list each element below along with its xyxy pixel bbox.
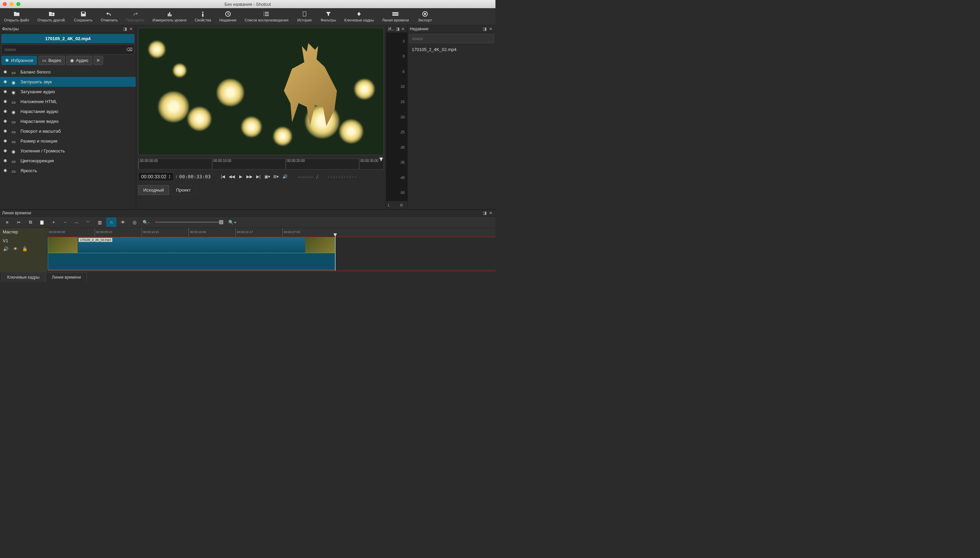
timeline-clip-audio[interactable] (48, 253, 335, 270)
lift-button[interactable]: ︿ (71, 217, 82, 227)
volume-button[interactable]: 🔊 (281, 173, 289, 181)
skip-end-button[interactable]: ▶| (254, 173, 263, 181)
toolbar-keyframes[interactable]: Ключевые кадры (340, 10, 378, 23)
zoom-dropdown[interactable]: ▣▾ (263, 173, 271, 181)
recent-search[interactable] (409, 34, 494, 43)
toolbar-history[interactable]: История (293, 10, 317, 23)
star-icon[interactable]: ✱ (3, 69, 8, 74)
toolbar-timeline[interactable]: Линия времени (378, 10, 413, 23)
toolbar-recent[interactable]: Недавние (215, 10, 241, 23)
toolbar-export[interactable]: Экспорт (413, 10, 437, 23)
rewind-button[interactable]: ◀◀ (228, 173, 236, 181)
meter-scale-label: -50 (400, 191, 405, 195)
toolbar-label: Фильтры (320, 18, 336, 22)
filter-item[interactable]: ✱▭Размер и позиция (0, 136, 136, 146)
category-audio[interactable]: ◉Аудио (66, 56, 92, 65)
undock-icon[interactable]: ◨ (482, 210, 487, 216)
hide-track-icon[interactable]: 👁 (12, 246, 18, 251)
timeline-ruler[interactable]: 00:00:00:0000:00:05:1000:00:10:2100:00:1… (48, 228, 496, 237)
toolbar-undo[interactable]: Отменить (97, 10, 122, 23)
lock-track-icon[interactable]: 🔓 (22, 246, 28, 251)
star-icon[interactable]: ✱ (3, 158, 8, 163)
filter-item[interactable]: ✱▭Нарастание видео (0, 117, 136, 126)
undock-icon[interactable]: ◨ (396, 26, 400, 32)
close-panel-icon[interactable]: ✕ (401, 26, 405, 32)
zoom-slider[interactable] (155, 222, 223, 223)
remove-button[interactable]: － (60, 217, 70, 227)
close-panel-icon[interactable]: ✕ (128, 26, 134, 32)
close-panel-icon[interactable]: ✕ (488, 210, 493, 216)
filter-item[interactable]: ✱◉Заглушить звук (0, 77, 136, 87)
recent-search-input[interactable] (412, 36, 491, 41)
timeline-clip[interactable]: 170105_2_4K_02.mp4 (48, 237, 335, 253)
grid-dropdown[interactable]: ⊞▾ (272, 173, 280, 181)
toolbar-redo[interactable]: Повторить (122, 10, 148, 23)
timeline-tracks[interactable]: 00:00:00:0000:00:05:1000:00:10:2100:00:1… (48, 228, 496, 271)
timecode-spinner[interactable]: ▲▼ (168, 174, 171, 179)
mute-track-icon[interactable]: 🔊 (3, 246, 9, 251)
toolbar-filters[interactable]: Фильтры (317, 10, 340, 23)
track-v1-label[interactable]: V1 (0, 237, 47, 245)
close-window-button[interactable] (3, 2, 7, 6)
cut-button[interactable]: ✂ (14, 217, 24, 227)
zoom-in-button[interactable]: 🔍+ (227, 217, 238, 227)
star-icon[interactable]: ✱ (3, 119, 8, 124)
fast-forward-button[interactable]: ▶▶ (245, 173, 253, 181)
category-video[interactable]: ▭Видео (38, 56, 65, 65)
scrub-bar[interactable]: 00:00:00:0000:00:10:0000:00:20:0000:00:3… (138, 159, 384, 169)
snap-button[interactable]: ∩ (106, 217, 117, 227)
toolbar-peak-meter[interactable]: Измеритель уровня (148, 10, 190, 23)
menu-button[interactable]: ≡ (2, 217, 12, 227)
zoom-out-button[interactable]: 🔍- (141, 217, 151, 227)
filter-item[interactable]: ✱▭Цветокоррекция (0, 156, 136, 166)
filter-item[interactable]: ✱◉Нарастание аудио (0, 107, 136, 117)
star-icon[interactable]: ✱ (3, 138, 8, 144)
bottom-tab[interactable]: Линия времени (46, 272, 87, 282)
star-icon[interactable]: ✱ (3, 99, 8, 104)
maximize-window-button[interactable] (16, 2, 20, 6)
split-button[interactable]: ▥ (95, 217, 105, 227)
filter-search-input[interactable] (2, 45, 125, 54)
minimize-window-button[interactable] (10, 2, 14, 6)
star-icon[interactable]: ✱ (3, 129, 8, 134)
filter-item[interactable]: ✱◉Затухание аудио (0, 87, 136, 97)
toolbar-save[interactable]: Сохранить (70, 10, 97, 23)
clear-search-icon[interactable]: ⌫ (125, 47, 134, 52)
timecode-field[interactable]: 00:00:33:02 ▲▼ (138, 172, 174, 181)
star-icon[interactable]: ✱ (3, 168, 8, 173)
filter-item[interactable]: ✱▭Поворот и масштаб (0, 126, 136, 136)
bottom-tab[interactable]: Ключевые кадры (2, 272, 45, 282)
star-icon[interactable]: ✱ (3, 89, 8, 94)
scrub-audio-button[interactable]: 👁 (118, 217, 128, 227)
overwrite-button[interactable]: ﹀ (83, 217, 93, 227)
ripple-button[interactable]: ◎ (129, 217, 140, 227)
filter-item[interactable]: ✱▭Наложение HTML (0, 97, 136, 107)
toolbar-open-file[interactable]: Открыть файл (0, 10, 33, 23)
skip-start-button[interactable]: |◀ (219, 173, 227, 181)
copy-button[interactable]: ⧉ (25, 217, 35, 227)
source-tab[interactable]: Исходный (138, 185, 169, 195)
filter-item[interactable]: ✱◉Усиление / Громкость (0, 146, 136, 156)
master-track-label[interactable]: Мастер (0, 228, 47, 237)
append-button[interactable]: ＋ (48, 217, 59, 227)
play-button[interactable]: ▶ (236, 173, 245, 181)
category-fav[interactable]: ✱Избранное (2, 56, 37, 65)
undock-icon[interactable]: ◨ (122, 26, 128, 32)
toolbar-open-other[interactable]: Открыть другой. (33, 10, 70, 23)
recent-item[interactable]: 170105_2_4K_02.mp4 (409, 45, 494, 54)
close-panel-icon[interactable]: ✕ (488, 26, 493, 32)
filter-item[interactable]: ✱▭Баланс белого (0, 67, 136, 77)
video-preview[interactable] (138, 28, 384, 155)
filter-item[interactable]: ✱▭Яркость (0, 166, 136, 176)
toolbar-playlist[interactable]: Список воспроизведения (241, 10, 293, 23)
close-add-filter-button[interactable]: ✕ (94, 56, 103, 65)
playhead-icon[interactable] (379, 158, 383, 162)
star-icon[interactable]: ✱ (3, 148, 8, 153)
undock-icon[interactable]: ◨ (482, 26, 487, 32)
star-icon[interactable]: ✱ (3, 79, 8, 84)
filter-search[interactable]: ⌫ (2, 44, 135, 54)
toolbar-properties[interactable]: Свойства (190, 10, 215, 23)
star-icon[interactable]: ✱ (3, 109, 8, 114)
paste-button[interactable]: 📋 (37, 217, 47, 227)
project-tab[interactable]: Проект (171, 185, 196, 195)
